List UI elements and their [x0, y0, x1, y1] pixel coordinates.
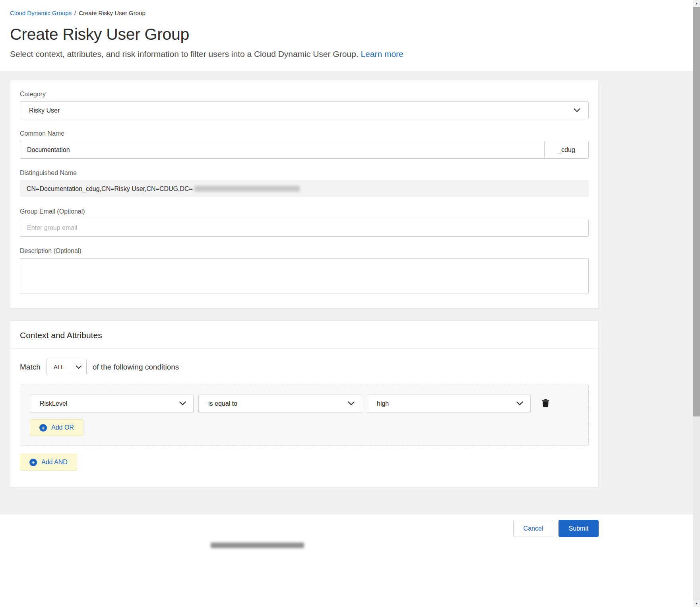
breadcrumb: Cloud Dynamic Groups/Create Risky User G…: [10, 10, 683, 16]
context-attributes-title: Context and Attributes: [10, 321, 598, 348]
condition-attribute-select[interactable]: RiskLevel: [30, 395, 194, 413]
category-label: Category: [20, 91, 589, 98]
condition-value-select[interactable]: high: [367, 395, 531, 413]
chevron-down-icon: [179, 400, 186, 407]
condition-attribute-value: RiskLevel: [40, 400, 67, 407]
footer: Cancel Submit: [0, 513, 693, 607]
match-select-value: ALL: [54, 364, 64, 370]
condition-operator-select[interactable]: is equal to: [198, 395, 362, 413]
condition-group: RiskLevel is equal to high: [20, 385, 589, 446]
chevron-down-icon: [516, 400, 523, 407]
submit-button[interactable]: Submit: [558, 520, 599, 537]
plus-icon: +: [29, 459, 37, 466]
distinguished-name-value: CN=Documentation_cdug,CN=Risky User,CN=C…: [20, 180, 589, 197]
add-and-label: Add AND: [41, 459, 68, 466]
group-email-input[interactable]: [20, 219, 589, 237]
scroll-down-arrow-icon[interactable]: ▼: [693, 600, 700, 607]
scrollbar-thumb[interactable]: [693, 7, 700, 416]
category-field: Category Risky User: [20, 91, 589, 119]
match-suffix-label: of the following conditions: [93, 363, 179, 372]
condition-value-value: high: [377, 400, 389, 407]
context-attributes-card: Context and Attributes Match ALL of the …: [10, 321, 599, 488]
add-or-label: Add OR: [51, 424, 74, 431]
plus-icon: +: [39, 424, 47, 432]
add-and-button[interactable]: + Add AND: [20, 454, 77, 471]
distinguished-name-field: Distinguished Name CN=Documentation_cdug…: [20, 169, 589, 197]
chevron-down-icon: [76, 364, 81, 370]
learn-more-link[interactable]: Learn more: [361, 49, 403, 58]
vertical-scrollbar[interactable]: ▲ ▼: [693, 0, 700, 607]
match-prefix-label: Match: [20, 363, 41, 372]
group-email-label: Group Email (Optional): [20, 208, 589, 215]
page-header: Cloud Dynamic Groups/Create Risky User G…: [0, 0, 693, 71]
breadcrumb-current: Create Risky User Group: [79, 10, 145, 16]
condition-operator-value: is equal to: [208, 400, 237, 407]
match-row: Match ALL of the following conditions: [10, 348, 598, 375]
distinguished-name-label: Distinguished Name: [20, 169, 589, 177]
description-label: Description (Optional): [20, 247, 589, 255]
common-name-input[interactable]: [20, 141, 545, 159]
redacted-text: [194, 186, 300, 192]
chevron-down-icon: [574, 107, 580, 114]
common-name-suffix: _cdug: [544, 141, 589, 159]
description-textarea[interactable]: [20, 258, 589, 294]
app-window: Cloud Dynamic Groups/Create Risky User G…: [0, 0, 700, 607]
chevron-down-icon: [348, 400, 355, 407]
main-column: Cloud Dynamic Groups/Create Risky User G…: [0, 0, 693, 607]
group-email-field: Group Email (Optional): [20, 208, 589, 237]
main-content: Category Risky User Common Name _cdug Di…: [0, 71, 693, 513]
page-subtitle: Select context, attributes, and risk inf…: [10, 49, 683, 59]
add-or-button[interactable]: + Add OR: [30, 419, 83, 436]
distinguished-name-text: CN=Documentation_cdug,CN=Risky User,CN=C…: [27, 185, 193, 193]
description-field: Description (Optional): [20, 247, 589, 296]
match-select[interactable]: ALL: [47, 359, 87, 375]
cancel-button[interactable]: Cancel: [513, 520, 553, 537]
breadcrumb-link-cloud-dynamic-groups[interactable]: Cloud Dynamic Groups: [10, 10, 72, 16]
category-select[interactable]: Risky User: [20, 101, 589, 119]
category-select-value: Risky User: [29, 107, 60, 114]
page-title: Create Risky User Group: [10, 25, 683, 44]
breadcrumb-separator: /: [74, 10, 76, 16]
scrollbar-track[interactable]: [693, 416, 700, 600]
group-details-card: Category Risky User Common Name _cdug Di…: [10, 80, 599, 309]
footer-actions: Cancel Submit: [0, 520, 599, 537]
redacted-text: [211, 543, 304, 548]
condition-row: RiskLevel is equal to high: [30, 395, 579, 413]
scroll-up-arrow-icon[interactable]: ▲: [693, 0, 700, 7]
common-name-field: Common Name _cdug: [20, 130, 589, 159]
trash-icon: [542, 399, 549, 409]
delete-condition-button[interactable]: [540, 397, 551, 410]
common-name-label: Common Name: [20, 130, 589, 137]
page-subtitle-text: Select context, attributes, and risk inf…: [10, 49, 359, 58]
